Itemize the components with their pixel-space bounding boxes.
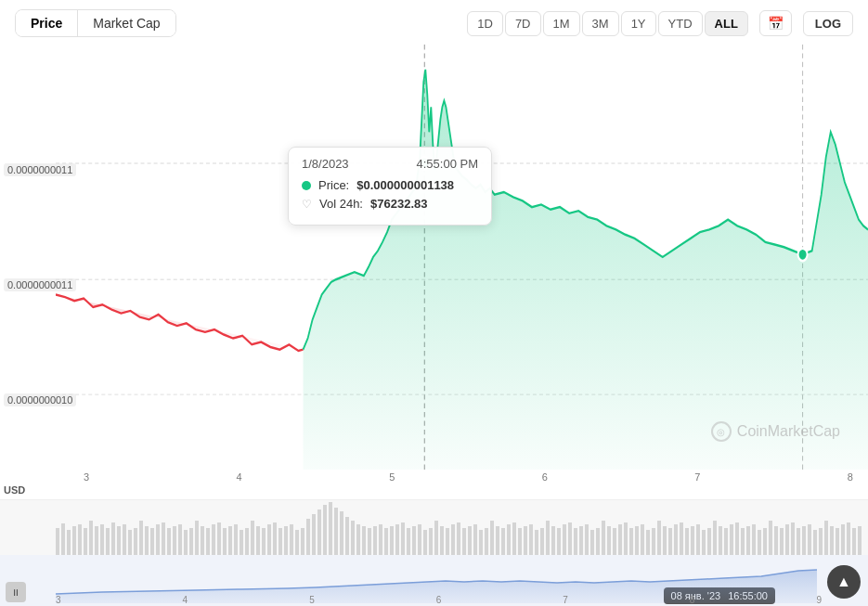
price-dot-icon [302, 181, 311, 190]
tooltip-header: 1/8/2023 4:55:00 PM [302, 157, 478, 171]
svg-rect-147 [836, 528, 839, 556]
tooltip-price-label: Price: [318, 178, 349, 192]
svg-rect-64 [373, 526, 377, 556]
svg-rect-74 [429, 528, 433, 556]
svg-rect-76 [440, 526, 444, 556]
svg-rect-49 [290, 524, 293, 556]
metric-tab-group: Price Market Cap [15, 9, 176, 37]
svg-rect-109 [624, 522, 628, 556]
svg-rect-11 [78, 524, 82, 556]
main-chart-area: 0.0000000011 0.0000000011 0.0000000010 [0, 45, 868, 470]
svg-rect-95 [546, 521, 550, 556]
svg-rect-35 [212, 524, 215, 556]
svg-rect-132 [752, 524, 756, 556]
svg-rect-42 [251, 521, 254, 556]
svg-rect-104 [596, 528, 600, 556]
svg-rect-79 [457, 522, 460, 556]
svg-rect-115 [657, 521, 661, 556]
svg-rect-66 [384, 528, 388, 556]
svg-rect-36 [217, 522, 221, 556]
svg-rect-130 [741, 528, 745, 556]
svg-rect-47 [279, 528, 282, 556]
svg-rect-78 [451, 524, 455, 556]
log-button[interactable]: LOG [803, 11, 853, 36]
svg-rect-131 [746, 526, 750, 556]
svg-rect-22 [139, 521, 143, 556]
calendar-button[interactable]: 📅 [759, 10, 792, 36]
svg-rect-137 [780, 528, 784, 556]
pause-button[interactable]: ⏸ [6, 582, 26, 602]
price-tab[interactable]: Price [16, 10, 78, 36]
svg-rect-67 [390, 526, 394, 556]
x-label-3: 3 [84, 471, 89, 483]
svg-rect-34 [206, 528, 210, 556]
svg-rect-61 [356, 524, 360, 556]
svg-rect-140 [797, 528, 800, 556]
svg-rect-139 [791, 522, 795, 556]
marketcap-tab[interactable]: Market Cap [78, 10, 175, 36]
svg-rect-29 [178, 524, 182, 556]
svg-rect-21 [134, 528, 137, 556]
svg-rect-44 [262, 528, 266, 556]
time-3m[interactable]: 3M [582, 11, 619, 36]
svg-rect-28 [173, 526, 176, 556]
svg-rect-18 [117, 526, 121, 556]
navigator-x-labels: 3 4 5 6 7 8 9 [56, 595, 822, 605]
nav-x-4: 4 [183, 595, 188, 605]
svg-rect-9 [67, 530, 71, 556]
svg-rect-126 [719, 526, 722, 556]
usd-label-row: USD [0, 484, 868, 499]
svg-rect-31 [189, 528, 193, 556]
svg-rect-150 [852, 528, 856, 556]
time-ytd[interactable]: YTD [658, 11, 703, 36]
svg-rect-94 [540, 528, 544, 556]
nav-x-5: 5 [309, 595, 315, 605]
svg-rect-114 [652, 528, 655, 556]
time-1m[interactable]: 1M [543, 11, 580, 36]
time-range-group: 1D 7D 1M 3M 1Y YTD ALL [467, 11, 748, 36]
svg-point-6 [798, 249, 808, 261]
svg-rect-77 [446, 528, 449, 556]
svg-rect-121 [691, 526, 694, 556]
svg-rect-51 [301, 528, 304, 556]
svg-rect-25 [156, 524, 160, 556]
svg-rect-69 [401, 522, 405, 556]
svg-rect-116 [663, 526, 667, 556]
svg-rect-56 [329, 502, 332, 556]
time-1d[interactable]: 1D [467, 11, 503, 36]
svg-rect-14 [95, 526, 98, 556]
svg-rect-112 [641, 524, 644, 556]
svg-rect-97 [557, 528, 561, 556]
usd-label: USD [4, 484, 25, 496]
nav-x-9: 9 [816, 595, 822, 605]
svg-rect-119 [680, 522, 683, 556]
svg-rect-30 [184, 530, 188, 556]
tooltip-vol-value: $76232.83 [370, 197, 427, 211]
chevron-up-icon: ▲ [836, 574, 851, 590]
svg-rect-143 [813, 530, 817, 556]
tooltip-vol-label: Vol 24h: [319, 197, 363, 211]
svg-rect-108 [618, 524, 622, 556]
svg-rect-146 [830, 526, 834, 556]
svg-rect-90 [518, 528, 522, 556]
svg-rect-59 [345, 517, 349, 556]
svg-rect-26 [162, 522, 165, 556]
back-to-top-button[interactable]: ▲ [827, 565, 861, 599]
svg-rect-39 [234, 524, 238, 556]
svg-rect-85 [490, 521, 494, 556]
chart-container: Price Market Cap 1D 7D 1M 3M 1Y YTD ALL … [0, 0, 868, 606]
svg-rect-81 [468, 526, 472, 556]
svg-rect-52 [306, 519, 310, 556]
svg-rect-117 [668, 528, 672, 556]
time-7d[interactable]: 7D [505, 11, 541, 36]
svg-rect-106 [607, 526, 611, 556]
tooltip-price-row: Price: $0.000000001138 [302, 178, 478, 192]
svg-rect-71 [412, 526, 416, 556]
svg-rect-45 [267, 524, 271, 556]
time-1y[interactable]: 1Y [621, 11, 656, 36]
tooltip-price-value: $0.000000001138 [356, 178, 454, 192]
time-all[interactable]: ALL [705, 11, 748, 36]
tooltip-vol-row: ♡ Vol 24h: $76232.83 [302, 197, 478, 211]
svg-rect-133 [758, 530, 761, 556]
svg-rect-41 [245, 528, 249, 556]
